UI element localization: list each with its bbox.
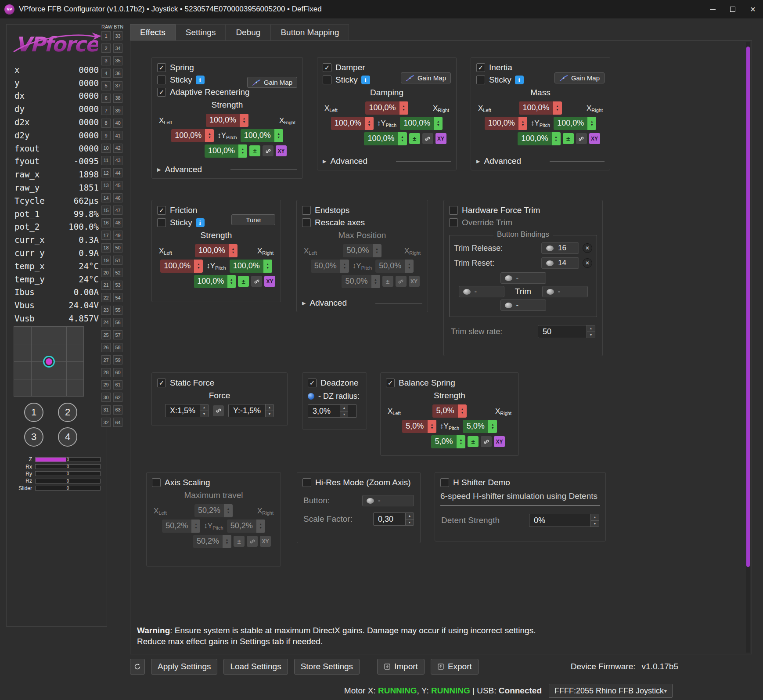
plusminus-button[interactable]: ±	[249, 145, 260, 156]
gain-right-spinbox[interactable]: 5,0%▲▼	[463, 420, 497, 433]
axis-scaling-checkbox[interactable]: Axis Scaling	[152, 476, 275, 489]
trim-up-binding[interactable]: -	[500, 272, 546, 284]
import-button[interactable]: Import	[377, 659, 425, 675]
step-down-icon[interactable]: ▼	[340, 411, 348, 418]
gain-left-spinbox[interactable]: 100,0%▲▼	[485, 117, 527, 130]
tab-effects[interactable]: Effects	[130, 24, 176, 40]
export-button[interactable]: Export	[431, 659, 479, 675]
load-settings-button[interactable]: Load Settings	[223, 659, 288, 675]
plusminus-button[interactable]: ±	[563, 133, 574, 144]
close-button[interactable]: ✕	[743, 0, 763, 18]
refresh-button[interactable]	[130, 659, 145, 675]
trim-reset-binding[interactable]: 14	[541, 257, 579, 269]
adaptive-recentering-checkbox[interactable]: ✓ Adaptive Recentering	[157, 86, 297, 98]
spring-sticky-checkbox[interactable]: Sticky	[157, 74, 192, 86]
tab-button-mapping[interactable]: Button Mapping	[270, 24, 349, 40]
gain-up-spinbox[interactable]: 100,0%▲▼	[365, 101, 408, 115]
xy-button[interactable]: XY	[435, 133, 446, 144]
link-axes-button[interactable]	[576, 133, 587, 144]
hires-mode-checkbox[interactable]: Hi-Res Mode (Zoom Axis)	[302, 476, 415, 489]
step-down-icon[interactable]: ▼	[200, 411, 208, 417]
xy-button[interactable]: XY	[589, 133, 600, 144]
inertia-sticky-checkbox[interactable]: Sticky	[476, 74, 511, 86]
gain-down-spinbox[interactable]: 5,0%▲▼	[431, 435, 465, 448]
scale-factor-spinbox[interactable]: 0,30 ▲▼	[373, 512, 414, 526]
override-trim-checkbox[interactable]: Override Trim	[449, 216, 597, 229]
hires-button-binding[interactable]: -	[362, 495, 414, 506]
link-axes-button[interactable]	[213, 405, 224, 416]
step-down-icon[interactable]: ▼	[406, 519, 414, 526]
trim-right-binding[interactable]: -	[542, 286, 588, 297]
xy-button[interactable]: XY	[264, 276, 275, 287]
h-shifter-demo-checkbox[interactable]: H Shifter Demo	[440, 476, 600, 489]
link-axes-button[interactable]	[263, 145, 274, 156]
balance-spring-checkbox[interactable]: ✓ Balance Spring	[386, 377, 513, 389]
step-up-icon[interactable]: ▲	[587, 325, 595, 332]
xy-button[interactable]: XY	[494, 436, 505, 447]
friction-tune-button[interactable]: Tune	[231, 214, 275, 225]
step-down-icon[interactable]: ▼	[266, 411, 274, 417]
link-axes-button[interactable]	[481, 436, 492, 447]
link-axes-button[interactable]	[247, 536, 258, 547]
trim-down-binding[interactable]: -	[500, 299, 546, 311]
gain-up-spinbox[interactable]: 5,0%▲▼	[432, 404, 467, 418]
gain-up-spinbox[interactable]: 100,0%▲▼	[195, 244, 238, 257]
gain-up-spinbox[interactable]: 100,0%▲▼	[519, 101, 561, 115]
gain-left-spinbox[interactable]: 100,0%▲▼	[160, 260, 203, 273]
plusminus-button[interactable]: ±	[234, 536, 245, 547]
info-icon[interactable]: i	[361, 76, 370, 84]
clear-trim-release-button[interactable]: ✕	[583, 243, 592, 253]
gain-right-spinbox[interactable]: 100,0%▲▼	[230, 260, 272, 273]
friction-sticky-checkbox[interactable]: Sticky	[157, 216, 192, 229]
info-icon[interactable]: i	[196, 76, 205, 84]
gain-down-spinbox[interactable]: 100,0%▲▼	[194, 275, 236, 288]
trim-left-binding[interactable]: -	[459, 286, 504, 297]
plusminus-button[interactable]: ±	[382, 276, 393, 287]
damper-gain-map-button[interactable]: Gain Map	[401, 72, 451, 83]
gain-up-spinbox[interactable]: 100,0%▲▼	[206, 114, 248, 127]
gain-left-spinbox[interactable]: 100,0%▲▼	[171, 129, 214, 142]
damper-sticky-checkbox[interactable]: Sticky	[323, 74, 358, 86]
inertia-gain-map-button[interactable]: Gain Map	[554, 72, 605, 83]
step-up-icon[interactable]: ▲	[406, 513, 414, 519]
gain-left-spinbox[interactable]: 5,0%▲▼	[402, 420, 436, 433]
xy-button[interactable]: XY	[409, 276, 420, 287]
step-up-icon[interactable]: ▲	[200, 404, 208, 411]
endstops-checkbox[interactable]: Endstops	[302, 204, 422, 216]
step-up-icon[interactable]: ▲	[266, 404, 274, 411]
xy-button[interactable]: XY	[260, 536, 271, 547]
plusminus-button[interactable]: ±	[468, 436, 479, 447]
static-force-y-spinbox[interactable]: Y:-1,5% ▲▼	[228, 404, 274, 417]
trim-release-binding[interactable]: 16	[541, 242, 579, 254]
info-icon[interactable]: i	[515, 76, 524, 84]
tab-debug[interactable]: Debug	[226, 24, 270, 40]
spring-gain-map-button[interactable]: Gain Map	[247, 77, 297, 88]
plusminus-button[interactable]: ±	[409, 133, 420, 144]
store-settings-button[interactable]: Store Settings	[294, 659, 360, 675]
gain-down-spinbox[interactable]: 100,0%▲▼	[364, 132, 407, 145]
gain-right-spinbox[interactable]: 100,0%▲▼	[241, 129, 283, 142]
inertia-advanced-toggle[interactable]: ▶ Advanced	[476, 154, 605, 166]
static-force-checkbox[interactable]: ✓ Static Force	[157, 377, 282, 389]
link-axes-button[interactable]	[422, 133, 433, 144]
tab-settings[interactable]: Settings	[176, 24, 226, 40]
info-icon[interactable]: i	[196, 218, 205, 227]
step-up-icon[interactable]: ▲	[340, 405, 348, 411]
apply-settings-button[interactable]: Apply Settings	[151, 659, 217, 675]
trim-slew-rate-spinbox[interactable]: 50 ▲▼	[538, 325, 595, 338]
link-axes-button[interactable]	[396, 276, 407, 287]
gain-left-spinbox[interactable]: 100,0%▲▼	[331, 117, 374, 130]
gain-down-spinbox[interactable]: 100,0%▲▼	[518, 132, 560, 145]
damper-advanced-toggle[interactable]: ▶ Advanced	[323, 154, 451, 166]
scrollbar-thumb[interactable]	[746, 47, 750, 567]
hardware-force-trim-checkbox[interactable]: Hardware Force Trim	[449, 204, 597, 216]
damper-checkbox[interactable]: ✓ Damper	[323, 61, 451, 74]
gain-down-spinbox[interactable]: 100,0%▲▼	[205, 144, 247, 158]
gain-right-spinbox[interactable]: 100,0%▲▼	[554, 117, 596, 130]
xy-button[interactable]: XY	[276, 145, 287, 156]
step-down-icon[interactable]: ▼	[587, 332, 595, 338]
inertia-checkbox[interactable]: ✓ Inertia	[476, 61, 605, 74]
spring-advanced-toggle[interactable]: ▶ Advanced	[157, 162, 297, 174]
step-down-icon[interactable]: ▼	[591, 520, 599, 527]
endstops-advanced-toggle[interactable]: ▶ Advanced	[302, 296, 422, 308]
